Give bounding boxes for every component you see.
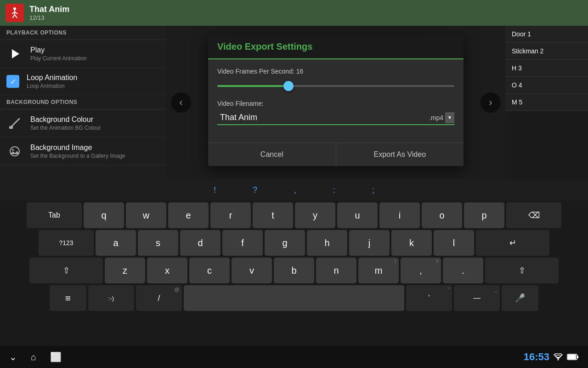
loop-text: Loop Animation Loop Animation <box>27 74 77 89</box>
key-s[interactable]: s <box>138 230 178 256</box>
key-d[interactable]: d <box>180 230 220 256</box>
key-m[interactable]: m ! <box>358 258 399 283</box>
key-t[interactable]: t <box>253 202 293 228</box>
key-e[interactable]: e <box>168 202 209 228</box>
key-i[interactable]: i <box>379 202 420 228</box>
modal-dialog: Video Export Settings Video Frames Per S… <box>208 35 464 166</box>
play-text: Play Play Current Animation <box>30 46 87 62</box>
fps-label: Video Frames Per Second: 16 <box>217 68 454 75</box>
svg-rect-18 <box>577 356 578 358</box>
backspace-key[interactable]: ⌫ <box>506 202 561 228</box>
app-title: That Anim <box>29 5 69 15</box>
svg-point-16 <box>558 359 559 361</box>
play-label: Play <box>30 46 87 54</box>
key-x[interactable]: x <box>147 258 187 283</box>
shift-left-key[interactable]: ⇧ <box>29 258 103 283</box>
battery-icon <box>567 353 579 361</box>
key-w[interactable]: w <box>126 202 166 228</box>
key-l[interactable]: l <box>434 230 474 256</box>
filename-dropdown[interactable]: ▼ <box>445 112 454 123</box>
symbols-key[interactable]: ?123 <box>39 230 94 256</box>
key-row-2: ?123 a s d f g h j k l ↵ <box>2 230 586 256</box>
svg-line-4 <box>12 15 15 18</box>
svg-point-9 <box>12 149 14 151</box>
bg-image-text: Background Image Set the Background to a… <box>30 144 125 159</box>
filename-ext: .mp4 <box>429 114 445 121</box>
key-period[interactable]: . <box>443 258 483 283</box>
key-h[interactable]: h <box>307 230 347 256</box>
right-panel-item-door1[interactable]: Door 1 <box>505 26 588 43</box>
back-nav-icon[interactable]: ⌄ <box>9 351 17 362</box>
tab-key[interactable]: Tab <box>27 202 82 228</box>
emoji-key[interactable]: :-) <box>88 285 134 311</box>
key-v[interactable]: v <box>232 258 272 283</box>
key-b[interactable]: b <box>274 258 314 283</box>
right-panel-item-o4[interactable]: O 4 <box>505 77 588 94</box>
svg-rect-19 <box>568 355 576 359</box>
key-q[interactable]: q <box>84 202 124 228</box>
key-comma[interactable]: , ? <box>401 258 441 283</box>
key-p[interactable]: p <box>464 202 504 228</box>
recents-nav-icon[interactable]: ⬜ <box>50 351 62 362</box>
loop-checkbox[interactable]: ✓ <box>6 75 19 88</box>
app-title-block: That Anim 12/13 <box>29 5 69 22</box>
home-nav-icon[interactable]: ⌂ <box>31 352 36 362</box>
key-g[interactable]: g <box>265 230 305 256</box>
right-panel-item-h3[interactable]: H 3 <box>505 60 588 77</box>
status-bar-right: 16:53 <box>524 351 579 363</box>
right-panel-item-stickman2[interactable]: Stickman 2 <box>505 43 588 60</box>
sidebar-item-play[interactable]: Play Play Current Animation <box>0 40 166 68</box>
key-j[interactable]: j <box>349 230 390 256</box>
svg-rect-7 <box>9 126 13 129</box>
slash-key[interactable]: / @ <box>136 285 182 311</box>
key-n[interactable]: n <box>316 258 356 283</box>
loop-desc: Loop Animation <box>27 83 77 89</box>
key-z[interactable]: z <box>105 258 145 283</box>
bg-image-label: Background Image <box>30 144 125 152</box>
sidebar-item-bg-colour[interactable]: Background Colour Set the Animation BG C… <box>0 109 166 138</box>
apostrophe-key[interactable]: ' " <box>406 285 452 311</box>
modal-body: Video Frames Per Second: 16 Video Filena… <box>208 59 464 143</box>
dash-key[interactable]: — _ <box>454 285 500 311</box>
key-semicolon[interactable]: ; <box>368 183 379 198</box>
bottom-bar: ⌄ ⌂ ⬜ 16:53 <box>0 346 588 368</box>
bottom-nav: ⌄ ⌂ ⬜ <box>9 351 62 362</box>
key-exclaim[interactable]: ! <box>209 183 220 198</box>
play-desc: Play Current Animation <box>30 55 87 62</box>
key-y[interactable]: y <box>295 202 335 228</box>
wifi-icon <box>553 353 563 361</box>
key-comma-special[interactable]: , <box>289 183 301 198</box>
key-f[interactable]: f <box>222 230 263 256</box>
cancel-button[interactable]: Cancel <box>208 143 336 166</box>
key-row-4: ⊞ :-) / @ ' " — _ 🎤 <box>2 285 586 311</box>
export-button[interactable]: Export As Video <box>336 143 464 166</box>
mic-key[interactable]: 🎤 <box>502 285 538 311</box>
key-colon[interactable]: : <box>328 183 340 198</box>
bg-colour-label: Background Colour <box>30 115 101 124</box>
sidebar: PLAYBACK OPTIONS Play Play Current Anima… <box>0 26 166 179</box>
key-a[interactable]: a <box>96 230 136 256</box>
shift-right-key[interactable]: ⇧ <box>485 258 559 283</box>
modal-buttons: Cancel Export As Video <box>208 143 464 166</box>
key-k[interactable]: k <box>391 230 432 256</box>
fps-slider-thumb[interactable] <box>283 81 294 91</box>
modal-overlay: Video Export Settings Video Frames Per S… <box>166 26 505 179</box>
spacebar[interactable] <box>184 285 404 311</box>
key-c[interactable]: c <box>189 258 230 283</box>
enter-key[interactable]: ↵ <box>476 230 549 256</box>
fps-slider-container[interactable] <box>217 80 454 92</box>
key-question[interactable]: ? <box>248 183 262 198</box>
key-u[interactable]: u <box>337 202 378 228</box>
settings-key[interactable]: ⊞ <box>50 285 86 311</box>
playback-section-title: PLAYBACK OPTIONS <box>0 26 166 40</box>
modal-title: Video Export Settings <box>217 41 312 52</box>
right-panel-item-m5[interactable]: M 5 <box>505 94 588 111</box>
svg-point-0 <box>13 7 16 10</box>
sidebar-item-bg-image[interactable]: Background Image Set the Background to a… <box>0 138 166 166</box>
svg-point-8 <box>10 147 19 156</box>
right-panel: Door 1 Stickman 2 H 3 O 4 M 5 <box>505 26 588 179</box>
sidebar-item-loop[interactable]: ✓ Loop Animation Loop Animation <box>0 68 166 95</box>
key-r[interactable]: r <box>210 202 251 228</box>
key-o[interactable]: o <box>422 202 462 228</box>
filename-input[interactable] <box>217 111 429 124</box>
